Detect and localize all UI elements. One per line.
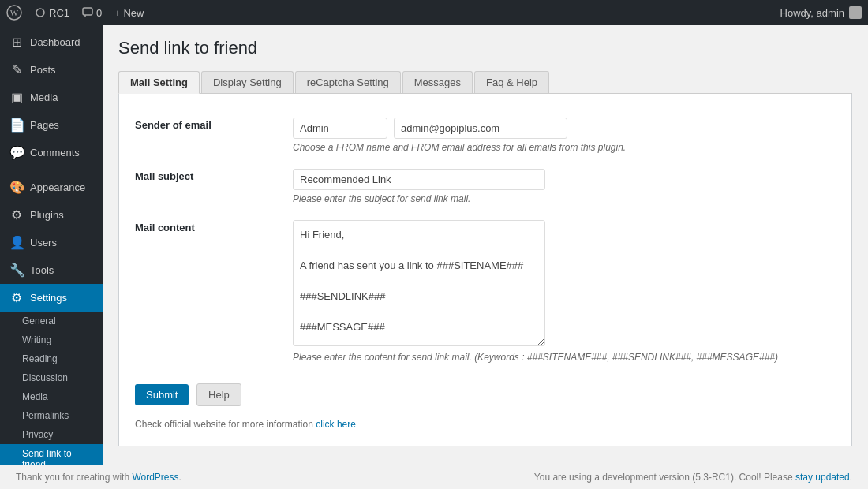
help-button[interactable]: Help	[196, 383, 241, 406]
sender-row: Sender of email Choose a FROM name and F…	[135, 110, 836, 161]
submenu-general[interactable]: General	[0, 312, 103, 330]
form-actions: Submit Help	[135, 383, 836, 406]
sender-name-input[interactable]	[293, 118, 387, 139]
footer: Thank you for creating with WordPress. Y…	[0, 465, 868, 489]
sidebar-item-users[interactable]: 👤 Users	[0, 229, 103, 256]
adminbar-comments[interactable]: 0	[82, 7, 102, 19]
sidebar-item-label: Settings	[30, 292, 67, 304]
sender-email-input[interactable]	[394, 118, 567, 139]
sidebar-item-posts[interactable]: ✎ Posts	[0, 56, 103, 84]
settings-icon: ⚙	[9, 290, 24, 305]
adminbar-avatar	[849, 6, 862, 19]
adminbar-wp-logo[interactable]: W	[6, 5, 22, 21]
subject-label: Mail subject	[135, 170, 193, 182]
sidebar-item-label: Tools	[30, 264, 54, 276]
sidebar-item-appearance[interactable]: 🎨 Appearance	[0, 174, 103, 201]
svg-point-2	[36, 9, 44, 17]
tab-faq-help[interactable]: Faq & Help	[474, 71, 549, 93]
tab-display-setting[interactable]: Display Setting	[201, 71, 294, 93]
content-hint: Please enter the content for send link m…	[293, 352, 836, 363]
wp-link[interactable]: WordPress	[132, 472, 178, 483]
sidebar-item-label: Plugins	[30, 209, 64, 221]
submenu-privacy[interactable]: Privacy	[0, 425, 103, 444]
sidebar-item-pages[interactable]: 📄 Pages	[0, 111, 103, 139]
media-icon: ▣	[9, 90, 24, 105]
menu-separator	[0, 170, 103, 170]
sidebar-item-label: Media	[30, 91, 58, 103]
sidebar-item-label: Dashboard	[30, 36, 80, 48]
sidebar-item-comments[interactable]: 💬 Comments	[0, 139, 103, 166]
mail-subject-input[interactable]	[293, 169, 545, 190]
sidebar-item-dashboard[interactable]: ⊞ Dashboard	[0, 28, 103, 56]
check-link-row: Check official website for more informat…	[135, 419, 836, 430]
submenu-writing[interactable]: Writing	[0, 330, 103, 349]
submenu-discussion[interactable]: Discussion	[0, 368, 103, 387]
adminbar-site-name[interactable]: RC1	[35, 7, 69, 19]
subject-row: Mail subject Please enter the subject fo…	[135, 161, 836, 212]
sidebar-item-settings[interactable]: ⚙ Settings	[0, 284, 103, 312]
users-icon: 👤	[9, 235, 24, 250]
posts-icon: ✎	[9, 62, 24, 77]
dashboard-icon: ⊞	[9, 35, 24, 50]
subject-hint: Please enter the subject for send link m…	[293, 193, 836, 204]
tab-messages[interactable]: Messages	[402, 71, 473, 93]
form-table: Sender of email Choose a FROM name and F…	[135, 110, 836, 371]
tab-recaptcha-setting[interactable]: reCaptcha Setting	[295, 71, 401, 93]
sender-fields	[293, 118, 836, 139]
content-label: Mail content	[135, 222, 195, 233]
appearance-icon: 🎨	[9, 180, 24, 195]
submenu-media[interactable]: Media	[0, 387, 103, 406]
sender-label: Sender of email	[135, 119, 211, 131]
tools-icon: 🔧	[9, 263, 24, 278]
adminbar-new[interactable]: + New	[114, 7, 144, 19]
submenu-send-link[interactable]: Send link to friend	[0, 444, 103, 465]
sidebar-item-plugins[interactable]: ⚙ Plugins	[0, 201, 103, 229]
submenu-permalinks[interactable]: Permalinks	[0, 406, 103, 425]
tab-bar: Mail Setting Display Setting reCaptcha S…	[118, 71, 852, 94]
sidebar-item-media[interactable]: ▣ Media	[0, 84, 103, 111]
submit-button[interactable]: Submit	[135, 384, 189, 405]
svg-rect-3	[83, 8, 92, 15]
sidebar: ⊞ Dashboard ✎ Posts ▣ Media 📄 Pages 💬 Co…	[0, 25, 103, 465]
content-row: Mail content Please enter the content fo…	[135, 212, 836, 371]
main-content: Send link to friend Mail Setting Display…	[103, 25, 868, 465]
page-title: Send link to friend	[118, 38, 852, 58]
adminbar-user: Howdy, admin	[780, 6, 862, 19]
sidebar-item-label: Comments	[30, 147, 80, 159]
svg-text:W: W	[10, 8, 19, 17]
sidebar-item-label: Users	[30, 237, 57, 248]
sidebar-item-label: Posts	[30, 64, 56, 76]
sidebar-item-label: Appearance	[30, 181, 85, 193]
submenu-reading[interactable]: Reading	[0, 349, 103, 368]
mail-content-textarea[interactable]	[293, 220, 545, 346]
form-wrap: Sender of email Choose a FROM name and F…	[118, 94, 852, 446]
comments-icon: 💬	[9, 145, 24, 160]
stay-updated-link[interactable]: stay updated	[795, 472, 850, 483]
footer-left: Thank you for creating with WordPress.	[16, 472, 181, 483]
footer-right: You are using a development version (5.3…	[534, 472, 852, 483]
tab-mail-setting[interactable]: Mail Setting	[118, 71, 200, 94]
sender-hint: Choose a FROM name and FROM email addres…	[293, 142, 836, 153]
click-here-link[interactable]: click here	[316, 419, 356, 430]
sidebar-item-label: Pages	[30, 119, 59, 131]
admin-bar: W RC1 0 + New Howdy, admin	[0, 0, 868, 25]
sidebar-item-tools[interactable]: 🔧 Tools	[0, 256, 103, 284]
pages-icon: 📄	[9, 118, 24, 133]
plugins-icon: ⚙	[9, 207, 24, 222]
